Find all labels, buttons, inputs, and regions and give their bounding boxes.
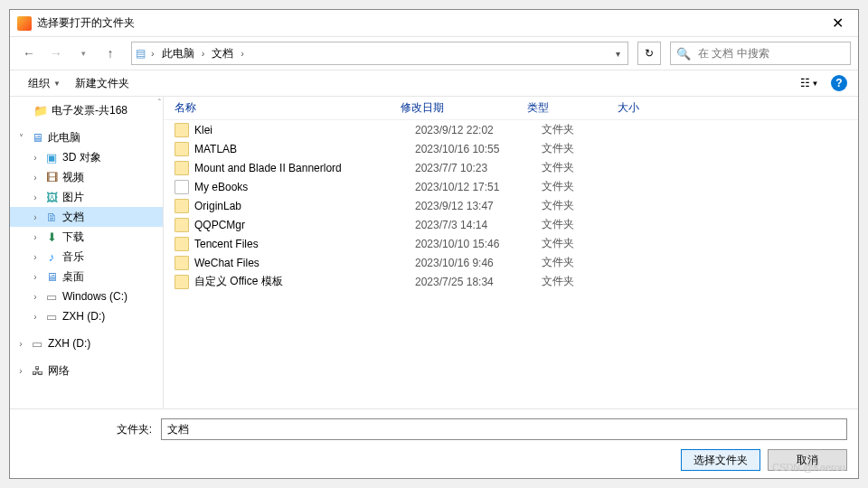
tree-item-drive[interactable]: › ▭ ZXH (D:) <box>10 333 163 353</box>
search-box[interactable]: 🔍 <box>670 42 851 65</box>
tree-item[interactable]: ›🎞视频 <box>10 167 163 187</box>
expand-icon[interactable]: › <box>15 339 26 349</box>
collapse-icon[interactable]: ˅ <box>15 133 26 143</box>
expand-icon[interactable]: › <box>30 153 41 163</box>
folder-icon <box>175 275 189 289</box>
tree-label: 3D 对象 <box>62 150 101 165</box>
view-options-button[interactable]: ☷ ▼ <box>797 73 822 93</box>
titlebar: 选择要打开的文件夹 ✕ <box>10 10 858 37</box>
file-name: OriginLab <box>194 200 415 212</box>
file-type: 文件夹 <box>542 122 632 137</box>
down-icon: ⬇ <box>44 230 59 244</box>
file-type: 文件夹 <box>542 236 632 251</box>
toolbar: 组织▼ 新建文件夹 ☷ ▼ ? <box>10 70 858 97</box>
tree-item[interactable]: ›▣3D 对象 <box>10 147 163 167</box>
expand-icon[interactable]: › <box>30 212 41 222</box>
col-size[interactable]: 大小 <box>618 100 690 116</box>
nav-tree[interactable]: 📁 电子发票-共168 ˆ ˅ 🖥 此电脑 ›▣3D 对象›🎞视频›🖼图片›🗎文… <box>10 97 164 408</box>
window-title: 选择要打开的文件夹 <box>37 15 824 31</box>
help-button[interactable]: ? <box>831 75 847 91</box>
file-name: QQPCMgr <box>194 219 415 231</box>
chevron-right-icon: › <box>149 48 156 59</box>
bottom-bar: 文件夹: 选择文件夹 取消 <box>10 408 858 478</box>
file-row[interactable]: Tencent Files2023/10/10 15:46文件夹 <box>164 234 858 253</box>
col-type[interactable]: 类型 <box>527 100 618 116</box>
file-date: 2023/7/25 18:34 <box>415 276 542 288</box>
folder-name-label: 文件夹: <box>21 422 161 437</box>
tree-item[interactable]: ›⬇下载 <box>10 227 163 247</box>
breadcrumb[interactable]: 此电脑 <box>160 46 196 61</box>
folder-icon <box>175 256 189 270</box>
back-button[interactable]: ← <box>17 42 41 65</box>
file-date: 2023/10/16 10:55 <box>415 143 542 155</box>
file-row[interactable]: WeChat Files2023/10/16 9:46文件夹 <box>164 253 858 272</box>
tree-item[interactable]: ›🖼图片 <box>10 187 163 207</box>
refresh-button[interactable]: ↻ <box>637 42 661 65</box>
desk-icon: 🖥 <box>44 269 59 284</box>
expand-icon[interactable]: › <box>30 173 41 183</box>
folder-icon <box>175 180 189 194</box>
file-name: 自定义 Office 模板 <box>194 274 415 289</box>
folder-name-input[interactable] <box>161 418 847 440</box>
up-button[interactable]: ↑ <box>99 42 122 65</box>
forward-button[interactable]: → <box>44 42 68 65</box>
tree-item[interactable]: ›🖥桌面 <box>10 267 163 286</box>
location-icon: ▤ <box>136 47 146 60</box>
scroll-up-icon[interactable]: ˆ <box>158 99 161 108</box>
tree-label: 视频 <box>62 170 84 185</box>
close-icon[interactable]: ✕ <box>824 14 851 32</box>
recent-locations-dropdown[interactable]: ▾ <box>71 42 95 65</box>
doc-icon: 🗎 <box>44 210 59 224</box>
folder-icon <box>175 123 189 137</box>
file-row[interactable]: MATLAB2023/10/16 10:55文件夹 <box>164 139 858 158</box>
select-folder-button[interactable]: 选择文件夹 <box>681 449 760 471</box>
tree-label: ZXH (D:) <box>48 337 90 350</box>
search-input[interactable] <box>696 46 844 61</box>
expand-icon[interactable]: › <box>30 272 41 282</box>
file-list[interactable]: Klei2023/9/12 22:02文件夹MATLAB2023/10/16 1… <box>164 120 858 408</box>
3d-icon: ▣ <box>44 150 59 164</box>
col-date[interactable]: 修改日期 <box>401 100 527 116</box>
tree-label: 下载 <box>62 230 84 245</box>
file-date: 2023/7/7 10:23 <box>415 162 542 174</box>
file-row[interactable]: 自定义 Office 模板2023/7/25 18:34文件夹 <box>164 272 858 291</box>
file-row[interactable]: OriginLab2023/9/12 13:47文件夹 <box>164 196 858 215</box>
tree-item-pc[interactable]: ˅ 🖥 此电脑 <box>10 127 163 147</box>
expand-icon[interactable]: › <box>30 232 41 242</box>
file-type: 文件夹 <box>542 179 632 194</box>
music-icon: ♪ <box>44 249 59 264</box>
network-icon: 🖧 <box>30 363 44 378</box>
organize-menu[interactable]: 组织▼ <box>21 72 68 95</box>
file-date: 2023/9/12 13:47 <box>415 200 542 212</box>
tree-item[interactable]: ›▭Windows (C:) <box>10 286 163 306</box>
address-dropdown-icon[interactable]: ▾ <box>612 49 624 59</box>
expand-icon[interactable]: › <box>15 366 26 376</box>
file-type: 文件夹 <box>542 255 632 270</box>
folder-icon <box>175 142 189 156</box>
tree-item-network[interactable]: › 🖧 网络 <box>10 361 163 380</box>
col-name[interactable]: 名称 <box>175 100 401 116</box>
tree-item[interactable]: ›▭ZXH (D:) <box>10 306 163 326</box>
expand-icon[interactable]: › <box>30 292 41 302</box>
folder-icon <box>175 199 189 213</box>
address-bar[interactable]: ▤ › 此电脑 › 文档 › ▾ <box>131 42 628 65</box>
breadcrumb[interactable]: 文档 <box>210 46 235 61</box>
tree-item[interactable]: ›🗎文档 <box>10 207 163 227</box>
file-type: 文件夹 <box>542 274 632 289</box>
expand-icon[interactable]: › <box>30 192 41 202</box>
chevron-right-icon: › <box>200 48 207 59</box>
file-row[interactable]: Mount and Blade II Bannerlord2023/7/7 10… <box>164 158 858 177</box>
file-row[interactable]: QQPCMgr2023/7/3 14:14文件夹 <box>164 215 858 234</box>
file-name: MATLAB <box>194 143 415 155</box>
new-folder-button[interactable]: 新建文件夹 <box>68 72 137 95</box>
file-name: My eBooks <box>194 181 415 193</box>
file-type: 文件夹 <box>542 141 632 156</box>
tree-item[interactable]: 📁 电子发票-共168 ˆ <box>10 100 163 120</box>
tree-label: ZXH (D:) <box>62 310 105 323</box>
chevron-right-icon: › <box>239 48 246 59</box>
file-row[interactable]: My eBooks2023/10/12 17:51文件夹 <box>164 177 858 196</box>
expand-icon[interactable]: › <box>30 312 41 322</box>
expand-icon[interactable]: › <box>30 252 41 262</box>
file-row[interactable]: Klei2023/9/12 22:02文件夹 <box>164 120 858 139</box>
tree-item[interactable]: ›♪音乐 <box>10 247 163 267</box>
